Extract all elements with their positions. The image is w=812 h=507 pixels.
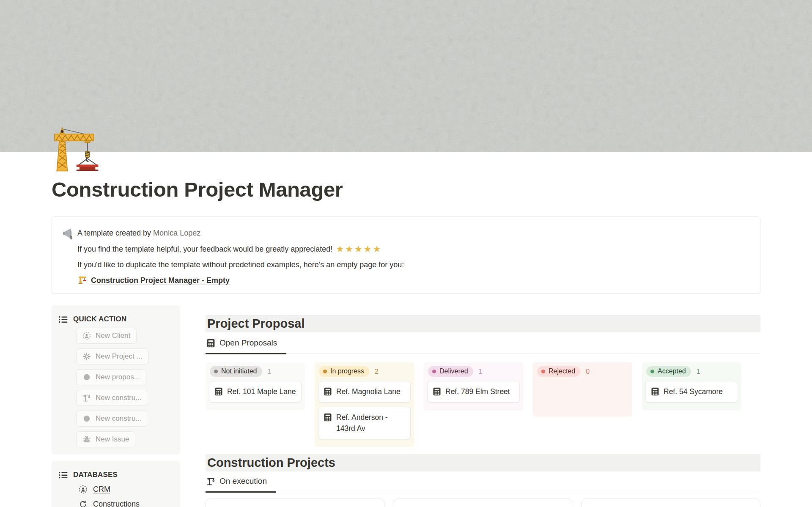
- crm-link-label: CRM: [93, 485, 110, 494]
- section-heading-construction-projects: Construction Projects: [206, 454, 760, 471]
- databases-panel: DATABASES CRM Constructions: [52, 461, 180, 507]
- databases-title: DATABASES: [73, 471, 118, 479]
- card-title: Ref. 789 Elm Street: [445, 386, 510, 397]
- callout-line-duplicate: If you'd like to duplicate the template …: [77, 257, 749, 273]
- status-pill-accepted[interactable]: Accepted: [646, 366, 691, 377]
- circle-icon: [82, 414, 91, 423]
- status-dot: [214, 370, 218, 373]
- callout-line-feedback: If you find the template helpful, your f…: [77, 241, 749, 257]
- project-card[interactable]: [206, 499, 384, 507]
- status-pill-delivered[interactable]: Delivered: [428, 366, 473, 377]
- kanban-column-rejected: Rejected 0: [533, 362, 632, 417]
- building-construction-icon: [52, 124, 100, 173]
- project-card[interactable]: [394, 499, 573, 507]
- page-title: Construction Project Manager: [52, 178, 343, 201]
- tab-open-proposals-label: Open Proposals: [219, 338, 277, 348]
- calculator-icon: [433, 387, 441, 396]
- proposal-card[interactable]: Ref. Magnolia Lane: [318, 381, 411, 403]
- crane-page-icon: [77, 274, 87, 284]
- kanban-column-delivered: Delivered 1 Ref. 789 Elm Street: [424, 362, 523, 410]
- tab-open-proposals[interactable]: Open Proposals: [206, 338, 286, 354]
- toggle-list-icon: [59, 471, 68, 479]
- kanban-column-not-initiated: Not initiated 1 Ref. 101 Maple Lane: [206, 362, 305, 410]
- column-count: 1: [697, 368, 700, 375]
- new-client-button[interactable]: New Client: [76, 328, 137, 344]
- quick-action-header: QUICK ACTION: [52, 305, 180, 323]
- page-icon-crane[interactable]: [52, 124, 100, 173]
- new-proposal-label: New propos...: [96, 373, 140, 381]
- column-count: 0: [586, 368, 590, 375]
- new-construction-label: New constru...: [96, 394, 142, 402]
- constructions-link-label: Constructions: [93, 500, 140, 507]
- author-link[interactable]: Monica Lopez: [153, 229, 200, 237]
- status-dot: [432, 370, 436, 373]
- new-issue-label: New Issue: [96, 435, 129, 444]
- column-header: Delivered 1: [427, 366, 520, 381]
- burst-icon: [82, 352, 91, 361]
- status-dot: [323, 370, 327, 373]
- proposal-card[interactable]: Ref. 789 Elm Street: [427, 381, 520, 403]
- toggle-list-icon: [59, 316, 68, 323]
- new-issue-button[interactable]: New Issue: [76, 431, 135, 447]
- empty-page-link[interactable]: Construction Project Manager - Empty: [77, 276, 230, 285]
- database-link-constructions[interactable]: Constructions: [79, 500, 140, 507]
- quick-action-title: QUICK ACTION: [73, 315, 126, 323]
- card-title: Ref. Anderson - 143rd Av: [336, 412, 388, 434]
- column-count: 1: [479, 368, 483, 375]
- project-card[interactable]: [582, 499, 760, 507]
- refresh-icon: [79, 500, 88, 507]
- new-construction-button[interactable]: New constru...: [76, 390, 148, 406]
- quick-action-buttons: New Client New Project ... New propos...…: [76, 328, 180, 447]
- database-link-crm[interactable]: CRM: [79, 485, 110, 494]
- status-dot: [650, 370, 654, 373]
- proposals-tabs-row: Open Proposals: [206, 332, 760, 354]
- projects-tabs-row: On execution: [206, 471, 760, 492]
- status-dot: [541, 370, 545, 373]
- circle-icon: [82, 373, 91, 381]
- status-pill-rejected[interactable]: Rejected: [537, 366, 580, 377]
- new-construction-2-button[interactable]: New constru...: [76, 411, 148, 427]
- main-content: Project Proposal Open Proposals Not init…: [206, 315, 760, 507]
- card-title: Ref. 54 Sycamore: [664, 386, 723, 397]
- duplicate-text: If you'd like to duplicate the template …: [77, 260, 404, 269]
- cover-image: [0, 0, 812, 152]
- callout-line-empty-page: Construction Project Manager - Empty: [77, 273, 749, 288]
- projects-cards-row: [206, 499, 760, 507]
- new-proposal-button[interactable]: New propos...: [76, 369, 146, 385]
- status-label: Not initiated: [221, 367, 257, 375]
- column-header: Rejected 0: [536, 366, 629, 381]
- crane-icon: [82, 394, 91, 402]
- status-pill-in-progress[interactable]: In progress: [319, 366, 369, 377]
- empty-page-link-label: Construction Project Manager - Empty: [91, 276, 230, 285]
- kanban-column-in-progress: In progress 2 Ref. Magnolia Lane Ref. An…: [315, 362, 414, 447]
- column-header: Accepted 1: [645, 366, 738, 381]
- calculator-icon: [324, 387, 332, 396]
- tab-on-execution[interactable]: On execution: [206, 477, 276, 493]
- new-project-button[interactable]: New Project ...: [76, 348, 149, 364]
- section-heading-project-proposal: Project Proposal: [206, 315, 760, 332]
- new-construction-2-label: New constru...: [96, 414, 142, 423]
- column-header: Not initiated 1: [209, 366, 302, 381]
- proposal-card[interactable]: Ref. 101 Maple Lane: [209, 381, 302, 403]
- crane-icon: [206, 477, 215, 486]
- megaphone-icon: [62, 227, 76, 241]
- created-by-text: A template created by: [77, 229, 153, 237]
- kanban-column-accepted: Accepted 1 Ref. 54 Sycamore: [642, 362, 741, 410]
- template-callout: A template created by Monica Lopez If yo…: [52, 217, 760, 294]
- new-project-label: New Project ...: [96, 352, 143, 361]
- callout-line-author: A template created by Monica Lopez: [77, 225, 749, 241]
- proposal-card[interactable]: Ref. 54 Sycamore: [645, 381, 738, 403]
- status-pill-not-initiated[interactable]: Not initiated: [210, 366, 262, 377]
- calculator-icon: [214, 387, 223, 396]
- status-label: In progress: [330, 367, 364, 375]
- proposal-card[interactable]: Ref. Anderson - 143rd Av: [318, 407, 411, 439]
- person-icon: [79, 485, 88, 494]
- column-count: 2: [375, 368, 379, 375]
- new-client-label: New Client: [96, 332, 130, 340]
- calculator-icon: [651, 387, 659, 396]
- status-label: Accepted: [658, 367, 686, 375]
- card-title: Ref. Magnolia Lane: [336, 386, 401, 397]
- bug-icon: [82, 435, 91, 444]
- proposals-kanban-board: Not initiated 1 Ref. 101 Maple Lane In p…: [206, 362, 760, 447]
- column-count: 1: [268, 368, 272, 375]
